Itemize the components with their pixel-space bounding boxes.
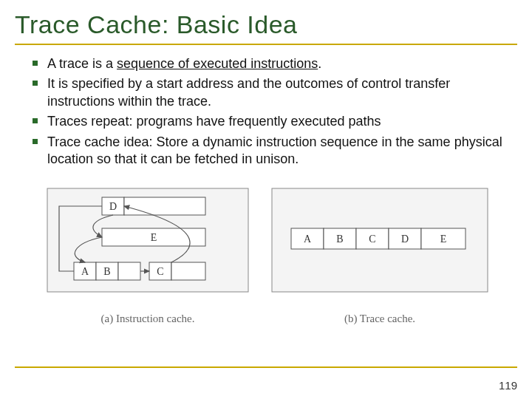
tc-block-c: C [369, 233, 375, 245]
block-b-label: B [103, 266, 110, 277]
title-divider [15, 44, 517, 45]
page-number: 119 [499, 379, 517, 392]
bullet-1-post: . [318, 56, 321, 71]
tc-block-b: B [336, 233, 343, 245]
tc-block-d: D [401, 233, 409, 245]
figure-b: A B C D E (b) Trace cache. [269, 185, 491, 325]
bottom-divider [15, 366, 517, 368]
page-title: Trace Cache: Basic Idea [15, 10, 517, 39]
svg-rect-6 [118, 262, 140, 280]
svg-rect-8 [171, 262, 205, 280]
figure-a: D E A B C [44, 185, 251, 325]
tc-block-e: E [440, 233, 447, 245]
bullet-1-underline: sequence of executed instructions [117, 56, 318, 71]
instruction-cache-diagram: D E A B C [44, 185, 251, 310]
trace-cache-diagram: A B C D E [269, 185, 491, 310]
block-c-label: C [157, 266, 163, 277]
bullet-3: Traces repeat: programs have frequently … [33, 113, 517, 130]
block-e-label: E [151, 232, 157, 243]
figure-b-caption: (b) Trace cache. [269, 313, 491, 325]
block-d-label: D [109, 201, 117, 212]
bullet-4: Trace cache idea: Store a dynamic instru… [33, 134, 517, 168]
tc-block-a: A [304, 233, 312, 245]
bullet-1: A trace is a sequence of executed instru… [33, 55, 517, 72]
bullet-1-pre: A trace is a [47, 56, 117, 71]
figure-a-caption: (a) Instruction cache. [44, 313, 251, 325]
bullet-2: It is specified by a start address and t… [33, 75, 517, 110]
block-a-label: A [81, 266, 89, 277]
bullet-list: A trace is a sequence of executed instru… [15, 55, 517, 168]
svg-rect-2 [124, 197, 205, 215]
